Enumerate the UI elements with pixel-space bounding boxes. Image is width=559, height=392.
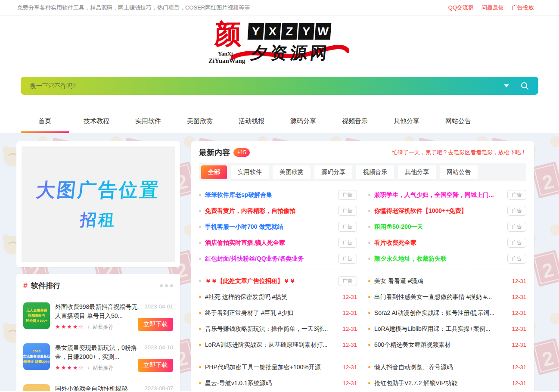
ranking-info: 美女流量变现最新玩法，0粉撸金，日赚2000+，实测... 2023-04-10… (55, 343, 173, 372)
search-input[interactable] (21, 77, 504, 95)
ad-row[interactable]: 笨笨软件库老sp破解合集 广告 (199, 187, 357, 203)
content-container: 大图广告位置 招租 # 软件排行 无人直播课程 祝福表白号 轻松日入500+ (16, 133, 534, 391)
article-row[interactable]: #社死 这样的保密发货吗 #搞笑 12-31 (199, 289, 357, 305)
thumb-text: 2023 (33, 349, 40, 354)
logo-yxzyw-tiles: Y X Z Y W (248, 23, 331, 40)
movie-zone-notice[interactable]: 忙碌了一天，累了吧？去电影区看看电影，放松下吧！ (392, 149, 526, 156)
tab-other-share[interactable]: 其他分享 (398, 165, 436, 179)
ranking-info: 外面收费998最新抖音祝福号无人直播项目 单号日入50... 2023-04-0… (55, 302, 173, 331)
tab-source-code[interactable]: 源码分享 (314, 165, 352, 179)
ad-row[interactable]: 颜夕永久地址，收藏防失联 广告 (368, 251, 526, 267)
ad-contact-link[interactable]: 广告投放 (512, 4, 534, 12)
download-button[interactable]: 立即下载 (138, 359, 173, 372)
big-ad-banner[interactable]: 大图广告位置 招租 (16, 141, 180, 267)
article-title[interactable]: LoRA建模与Liblib应用课：工具实操+案例... (374, 325, 508, 333)
tab-all[interactable]: 全部 (201, 165, 227, 179)
nav-item-video-music[interactable]: 视频音乐 (331, 109, 379, 133)
ad-title[interactable]: 兼职学生，人气少妇，全国空降，同城上门... (374, 191, 503, 199)
article-row[interactable]: 抢红包助手V2.7.2 解锁VIP功能 12-31 (368, 375, 526, 391)
article-row[interactable]: 终于看到正常身材了 #巨乳 #少妇 12-31 (199, 305, 357, 321)
ranking-thumbnail[interactable] (23, 384, 50, 391)
article-row[interactable]: 星云-导航v1.0.1系统源码 12-31 (199, 375, 357, 391)
article-title[interactable]: 出门看到性感美女一直想做的事情 #摸奶 #... (374, 293, 508, 301)
ad-row[interactable]: 酒店偷拍实时直播,骗人死全家 广告 (199, 235, 357, 251)
ranking-item: 国外小游戏全自动挂机揭秘 2023-09-07 ★★★★☆ / 站长推荐 立即下… (23, 378, 173, 391)
nav-item-tech-tutorials[interactable]: 技术教程 (72, 109, 121, 133)
ranking-item-date: 2023-04-10 (145, 344, 174, 351)
ad-row[interactable]: 免费看黄片，内容精彩，自拍偷拍 广告 (199, 203, 357, 219)
ad-title[interactable]: 笨笨软件库老sp破解合集 (205, 191, 334, 199)
nav-item-other-share[interactable]: 其他分享 (382, 109, 431, 133)
nav-item-announcements[interactable]: 网站公告 (434, 109, 482, 133)
bullet-dot (199, 312, 201, 314)
article-row[interactable]: 懒人抖音自动浏览、养号源码 12-31 (368, 359, 526, 375)
ad-row[interactable]: 租闲鱼50-200一天 广告 (368, 219, 526, 235)
feedback-link[interactable]: 问题反馈 (481, 4, 504, 12)
ad-title[interactable]: 手机客服一小时700 做完就结 (205, 223, 334, 231)
article-title[interactable]: 抢红包助手V2.7.2 解锁VIP功能 (374, 380, 508, 387)
nav-item-source-code[interactable]: 源码分享 (279, 109, 327, 133)
search-scope-dropdown-icon[interactable] (504, 84, 509, 87)
article-row[interactable]: PHP代码加密工具一键批量加密+100%开源 12-31 (199, 359, 357, 375)
ad-title[interactable]: 你懂得老湿机软件【1000++免费】 (374, 207, 503, 215)
ranking-thumbnail[interactable]: 2023 美女流量变现最新玩法 0粉撸金 日赚2000+ (23, 343, 50, 370)
ad-title[interactable]: 颜夕永久地址，收藏防失联 (374, 255, 503, 263)
ranking-title: 软件排行 (31, 281, 60, 291)
ad-row[interactable]: ￥￥【此处文章广告位招租】￥￥ 广告 (199, 273, 357, 289)
ad-row[interactable]: 兼职学生，人气少妇，全国空降，同城上门... 广告 (368, 187, 526, 203)
article-row[interactable]: 600个精选美女舞蹈视频素材 12-31 (368, 337, 526, 353)
site-logo[interactable]: 颜 Y X Z Y W 夕资源网 YanXi ZiYuanWang (208, 20, 351, 68)
article-title[interactable]: 终于看到正常身材了 #巨乳 #少妇 (205, 309, 339, 317)
big-ad-banner-inner: 大图广告位置 招租 (22, 146, 175, 262)
article-row[interactable]: LoRA建模与Liblib应用课：工具实操+案例... 12-31 (368, 321, 526, 337)
article-title[interactable]: 懒人抖音自动浏览、养号源码 (374, 364, 508, 371)
article-title[interactable]: 600个精选美女舞蹈视频素材 (374, 341, 508, 349)
nav-item-home[interactable]: 首页 (21, 109, 69, 133)
ad-badge: 广告 (338, 238, 357, 248)
article-row[interactable]: LoRA训练进阶实战课：从基础原理到素材打... 12-31 (199, 337, 357, 353)
ranking-item-title[interactable]: 外面收费998最新抖音祝福号无人直播项目 单号日入50... (55, 302, 140, 320)
article-column-left: 笨笨软件库老sp破解合集 广告 免费看黄片，内容精彩，自拍偷拍 广告 手机客服一… (199, 187, 357, 391)
ad-title[interactable]: 租闲鱼50-200一天 (374, 223, 503, 231)
tab-gallery[interactable]: 美图欣赏 (273, 165, 311, 179)
nav-item-activities[interactable]: 活动线报 (227, 109, 276, 133)
ad-row[interactable]: 红包封面/抖快粉丝/QQ业务/各类业务 广告 (199, 251, 357, 267)
ranking-item-title[interactable]: 国外小游戏全自动挂机揭秘 (55, 384, 140, 391)
ad-row[interactable]: 手机客服一小时700 做完就结 广告 (199, 219, 357, 235)
ad-title[interactable]: 红包封面/抖快粉丝/QQ业务/各类业务 (205, 255, 334, 263)
ad-row[interactable]: 看片收费死全家 广告 (368, 235, 526, 251)
article-title[interactable]: LoRA训练进阶实战课：从基础原理到素材打... (205, 341, 339, 349)
article-title[interactable]: 音乐号赚钱攻略新玩法：操作简单，一天3张... (205, 325, 339, 333)
bullet-dot (199, 280, 201, 282)
nav-item-gallery[interactable]: 美图欣赏 (176, 109, 224, 133)
search-button[interactable] (520, 81, 529, 90)
article-row[interactable]: Sora2 AI动漫创作实战课：账号注册/提示词... 12-31 (368, 305, 526, 321)
article-row[interactable]: 美女 看看逼 #骚鸡 12-31 (368, 273, 526, 289)
ad-badge: 广告 (507, 222, 526, 232)
tab-announcements[interactable]: 网站公告 (440, 165, 478, 179)
bullet-dot (368, 296, 370, 298)
nav-item-software[interactable]: 实用软件 (124, 109, 172, 133)
tab-software[interactable]: 实用软件 (231, 165, 269, 179)
ad-title[interactable]: ￥￥【此处文章广告位招租】￥￥ (205, 277, 334, 285)
article-title[interactable]: Sora2 AI动漫创作实战课：账号注册/提示词... (374, 309, 508, 317)
more-options-dots-icon[interactable] (160, 284, 173, 287)
ranking-item-title[interactable]: 美女流量变现最新玩法，0粉撸金，日赚2000+，实测... (55, 343, 140, 361)
ad-title[interactable]: 酒店偷拍实时直播,骗人死全家 (205, 239, 334, 247)
article-row[interactable]: 出门看到性感美女一直想做的事情 #摸奶 #... 12-31 (368, 289, 526, 305)
ad-row[interactable]: 你懂得老湿机软件【1000++免费】 广告 (368, 203, 526, 219)
qq-group-link[interactable]: QQ交流群 (448, 4, 474, 12)
article-title[interactable]: PHP代码加密工具一键批量加密+100%开源 (205, 364, 339, 371)
ranking-thumbnail[interactable]: 无人直播课程 祝福表白号 轻松日入500+ (23, 302, 50, 329)
thumb-text: 祝福表白号 (28, 313, 45, 318)
article-title[interactable]: 美女 看看逼 #骚鸡 (374, 277, 508, 285)
article-title[interactable]: 星云-导航v1.0.1系统源码 (205, 380, 339, 387)
article-row[interactable]: 音乐号赚钱攻略新玩法：操作简单，一天3张... 12-31 (199, 321, 357, 337)
ad-title[interactable]: 免费看黄片，内容精彩，自拍偷拍 (205, 207, 334, 215)
ad-title[interactable]: 看片收费死全家 (374, 239, 503, 247)
bullet-dot (199, 194, 201, 196)
tab-video-music[interactable]: 视频音乐 (356, 165, 394, 179)
download-button[interactable]: 立即下载 (138, 318, 173, 331)
article-title[interactable]: #社死 这样的保密发货吗 #搞笑 (205, 293, 339, 301)
recommend-label: 站长推荐 (93, 365, 113, 371)
